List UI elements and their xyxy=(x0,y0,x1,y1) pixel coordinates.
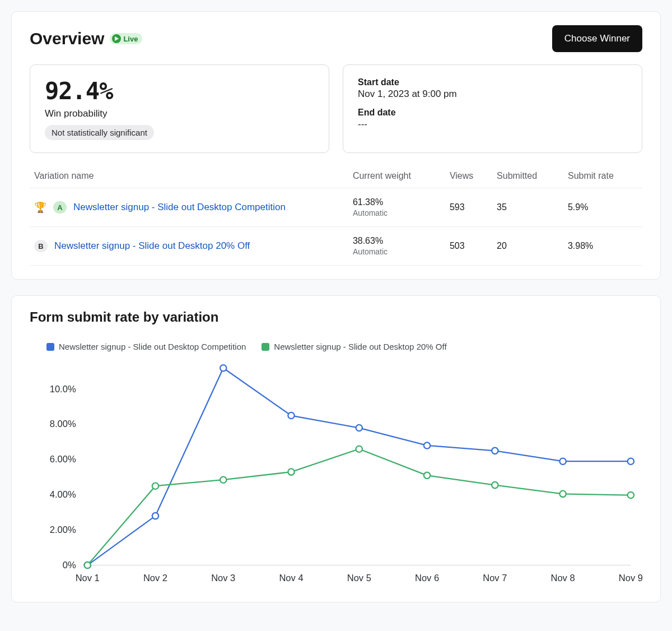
variation-link[interactable]: Newsletter signup - Slide out Desktop Co… xyxy=(73,202,286,213)
weight-mode: Automatic xyxy=(353,208,441,217)
legend-swatch-blue xyxy=(46,343,54,351)
col-name: Variation name xyxy=(30,164,348,188)
data-point xyxy=(628,492,634,498)
y-tick-label: 4.00% xyxy=(50,489,76,499)
cell-views: 503 xyxy=(445,227,492,266)
x-tick-label: Nov 8 xyxy=(551,573,575,583)
variation-badge: A xyxy=(53,201,67,214)
chart-area: 10.0%8.00%6.00%4.00%2.00%0%Nov 1Nov 2Nov… xyxy=(30,357,642,588)
data-point xyxy=(559,491,566,497)
dates-box: Start date Nov 1, 2023 at 9:00 pm End da… xyxy=(343,64,642,153)
trophy-icon: 🏆 xyxy=(34,202,46,212)
chart-card: Form submit rate by variation Newsletter… xyxy=(11,295,661,602)
y-tick-label: 10.0% xyxy=(50,384,76,394)
variations-table: Variation name Current weight Views Subm… xyxy=(30,164,642,266)
data-point xyxy=(85,562,91,568)
legend-label-a: Newsletter signup - Slide out Desktop Co… xyxy=(59,342,246,351)
x-tick-label: Nov 3 xyxy=(211,573,235,583)
chart-legend: Newsletter signup - Slide out Desktop Co… xyxy=(30,342,642,351)
significance-badge: Not statistically significant xyxy=(45,125,154,140)
x-tick-label: Nov 5 xyxy=(347,573,371,583)
table-row: BNewsletter signup - Slide out Desktop 2… xyxy=(30,227,642,266)
x-tick-label: Nov 2 xyxy=(143,573,167,583)
cell-submit_rate: 3.98% xyxy=(563,227,642,266)
cell-submitted: 20 xyxy=(492,227,563,266)
weight-value: 61.38% xyxy=(353,197,441,207)
y-tick-label: 0% xyxy=(63,560,76,570)
cell-views: 593 xyxy=(445,188,492,227)
col-submit-rate: Submit rate xyxy=(563,164,642,188)
play-icon xyxy=(112,34,121,43)
win-probability-label: Win probability xyxy=(45,108,314,119)
overview-title: Overview xyxy=(30,29,104,48)
data-point xyxy=(559,458,566,465)
svg-marker-0 xyxy=(115,36,119,41)
status-badge: Live xyxy=(110,33,142,44)
data-point xyxy=(152,483,158,489)
overview-card: Overview Live Choose Winner 92.4% Win pr… xyxy=(11,11,661,280)
x-tick-label: Nov 7 xyxy=(483,573,507,583)
data-point xyxy=(492,448,498,454)
col-views: Views xyxy=(445,164,492,188)
data-point xyxy=(288,468,294,475)
col-submitted: Submitted xyxy=(492,164,563,188)
data-point xyxy=(288,412,294,419)
cell-submit_rate: 5.9% xyxy=(563,188,642,227)
col-weight: Current weight xyxy=(348,164,445,188)
data-point xyxy=(356,425,362,431)
choose-winner-button[interactable]: Choose Winner xyxy=(552,25,642,52)
y-tick-label: 6.00% xyxy=(50,454,76,464)
data-point xyxy=(628,458,634,465)
data-point xyxy=(220,477,226,483)
variation-badge: B xyxy=(34,240,48,252)
legend-item-a: Newsletter signup - Slide out Desktop Co… xyxy=(46,342,246,351)
x-tick-label: Nov 4 xyxy=(279,573,303,583)
legend-item-b: Newsletter signup - Slide out Desktop 20… xyxy=(262,342,446,351)
start-date-label: Start date xyxy=(358,77,627,87)
table-row: 🏆ANewsletter signup - Slide out Desktop … xyxy=(30,188,642,227)
win-probability-value: 92.4% xyxy=(45,77,314,105)
overview-header: Overview Live Choose Winner xyxy=(30,25,642,52)
end-date-label: End date xyxy=(358,108,627,118)
chart-title: Form submit rate by variation xyxy=(30,309,642,325)
overview-title-wrap: Overview Live xyxy=(30,29,142,48)
data-point xyxy=(424,442,430,448)
metrics-row: 92.4% Win probability Not statistically … xyxy=(30,64,642,153)
status-text: Live xyxy=(123,35,138,43)
x-tick-label: Nov 6 xyxy=(415,573,439,583)
line-chart: 10.0%8.00%6.00%4.00%2.00%0%Nov 1Nov 2Nov… xyxy=(30,357,642,588)
data-point xyxy=(220,365,226,371)
legend-swatch-green xyxy=(262,343,269,351)
weight-mode: Automatic xyxy=(353,247,441,256)
legend-label-b: Newsletter signup - Slide out Desktop 20… xyxy=(274,342,446,351)
series-line xyxy=(87,449,631,565)
data-point xyxy=(152,513,158,519)
data-point xyxy=(424,472,430,479)
start-date-value: Nov 1, 2023 at 9:00 pm xyxy=(358,89,627,100)
cell-submitted: 35 xyxy=(492,188,563,227)
x-tick-label: Nov 9 xyxy=(619,573,642,583)
data-point xyxy=(492,482,498,488)
x-tick-label: Nov 1 xyxy=(76,573,100,583)
win-probability-box: 92.4% Win probability Not statistically … xyxy=(30,64,329,153)
y-tick-label: 8.00% xyxy=(50,419,76,429)
variation-link[interactable]: Newsletter signup - Slide out Desktop 20… xyxy=(54,240,250,252)
weight-value: 38.63% xyxy=(353,236,441,246)
data-point xyxy=(356,446,362,452)
end-date-value: --- xyxy=(358,119,627,130)
y-tick-label: 2.00% xyxy=(50,525,76,535)
series-line xyxy=(87,368,631,565)
